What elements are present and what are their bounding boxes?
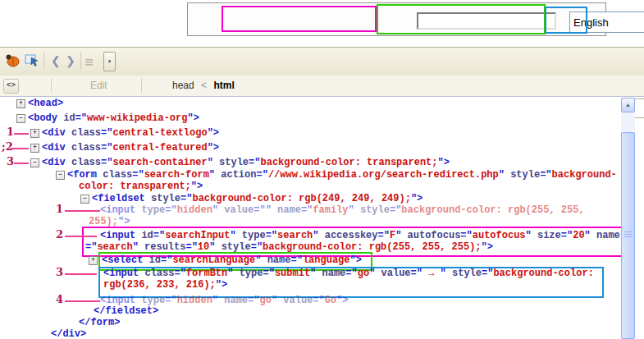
collapse-icon[interactable]: − — [56, 171, 65, 180]
highlight-box-go-button — [545, 7, 587, 34]
toolbar-separator — [80, 53, 81, 69]
html-tree-line[interactable]: </form> — [79, 318, 120, 328]
expand-icon[interactable]: + — [30, 129, 39, 138]
annotation-line — [65, 236, 97, 237]
annotation-number: 4 — [56, 293, 63, 305]
expand-icon[interactable]: + — [30, 144, 39, 153]
dropdown-icon[interactable]: ▾ — [103, 52, 116, 71]
html-tree-line[interactable]: 255);"> — [89, 217, 130, 227]
html-tree-line[interactable]: ="search" results="10" style="background… — [85, 242, 493, 253]
back-icon[interactable]: ❮ — [51, 54, 61, 67]
firebug-breadcrumb-bar: <> Edit head < html — [0, 76, 644, 97]
html-tree-line[interactable]: <div class="central-textlogo"> — [42, 128, 219, 139]
annotation-number: 2 — [56, 228, 63, 241]
scroll-up-button[interactable]: ▲ — [621, 98, 635, 112]
collapse-icon[interactable]: − — [30, 158, 39, 167]
html-tree-line[interactable]: <div class="central-featured"> — [42, 143, 219, 153]
html-tree-line[interactable]: </fieldset> — [94, 306, 158, 317]
separator — [51, 78, 52, 93]
annotation-number: 1 — [56, 203, 63, 215]
html-tree-line[interactable]: <input id="searchInput" type="search" ac… — [100, 231, 620, 241]
firebug-toolbar: ❮ ❯ ≡ ▾ ConsoleHTML ▼CSSScriptDOMNet — [0, 47, 644, 76]
collapse-icon[interactable]: − — [16, 114, 25, 123]
html-tree-line[interactable]: <input type="hidden" value="" name="fami… — [100, 205, 585, 216]
separator — [141, 78, 142, 93]
html-tree-line[interactable]: <head> — [28, 98, 63, 109]
scrollbar-thumb[interactable] — [621, 132, 635, 339]
inspect-icon[interactable] — [25, 53, 39, 71]
annotation-line — [14, 163, 29, 164]
menu-icon: ≡ — [84, 55, 94, 68]
annotation-number: 1 — [7, 126, 14, 138]
html-tree-line[interactable]: <form class="search-form" action="//www.… — [67, 170, 617, 181]
scrollbar-grip — [624, 231, 632, 238]
annotation-line — [65, 210, 100, 212]
html-tree-line[interactable]: <input class="formBtn" type="submit" nam… — [103, 268, 594, 279]
annotation-line — [65, 300, 100, 302]
toolbar-separator — [43, 53, 44, 69]
html-tree-line[interactable]: rgb(236, 233, 216);"> — [103, 280, 227, 291]
firebug-icon[interactable] — [5, 53, 20, 71]
annotation-line — [11, 148, 29, 149]
html-tree-line[interactable]: <div class="search-container" style="bac… — [42, 158, 450, 168]
annotation-line — [14, 133, 29, 135]
html-tree-line[interactable]: <body id="www-wikipedia-org"> — [28, 113, 199, 124]
annotation-number: 3 — [56, 266, 63, 278]
vertical-scrollbar[interactable]: ▲ — [621, 98, 635, 339]
breadcrumb-item-html[interactable]: html — [213, 80, 234, 91]
annotation-number: ;2 — [2, 140, 13, 153]
breadcrumb-item-head[interactable]: head — [172, 80, 194, 91]
html-tree-line[interactable]: color: transparent;"> — [79, 181, 203, 192]
html-tree-panel: <head><body id="www-wikipedia-org"><div … — [0, 97, 621, 339]
breadcrumb-separator: < — [197, 80, 211, 91]
html-tree-line[interactable]: <select id="searchLanguage" name="langua… — [102, 255, 362, 266]
annotation-line — [65, 273, 97, 275]
expand-icon[interactable]: + — [16, 99, 25, 108]
highlight-box-search-input — [222, 6, 377, 32]
annotation-number: 3 — [7, 155, 14, 167]
forward-icon[interactable]: ❯ — [66, 54, 75, 67]
edit-button[interactable]: Edit — [90, 80, 107, 91]
html-tree-line[interactable]: <fieldset style="background-color: rgb(2… — [92, 194, 422, 204]
collapse-icon[interactable]: − — [80, 195, 89, 204]
expand-icon[interactable]: + — [89, 256, 98, 265]
screenshot-root: English → ❮ ❯ — [0, 0, 644, 339]
side-panels-icon[interactable]: <> — [3, 79, 19, 94]
breadcrumb: head < html — [172, 80, 235, 91]
html-tree-line[interactable]: </div> — [51, 329, 86, 339]
highlight-box-language-select — [377, 4, 546, 34]
